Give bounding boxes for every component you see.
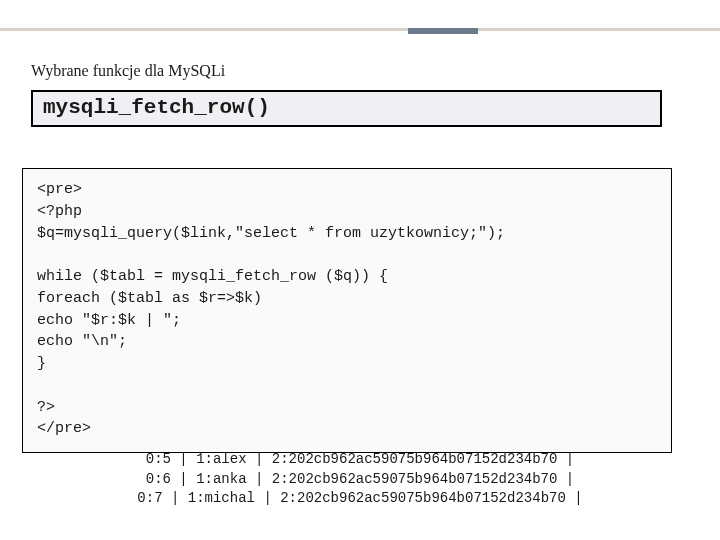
output-line: 0:6 | 1:anka | 2:202cb962ac59075b964b071… (0, 470, 720, 490)
page-subtitle: Wybrane funkcje dla MySQLi (31, 62, 225, 80)
header-rule-accent (408, 28, 478, 34)
output-line: 0:5 | 1:alex | 2:202cb962ac59075b964b071… (0, 450, 720, 470)
header-rule (0, 28, 720, 34)
function-name: mysqli_fetch_row() (43, 96, 270, 119)
header-rule-light (0, 28, 720, 31)
code-example-box: <pre> <?php $q=mysqli_query($link,"selec… (22, 168, 672, 453)
function-title-box: mysqli_fetch_row() (31, 90, 662, 127)
code-example: <pre> <?php $q=mysqli_query($link,"selec… (37, 179, 657, 440)
output-block: 0:5 | 1:alex | 2:202cb962ac59075b964b071… (0, 450, 720, 509)
output-line: 0:7 | 1:michal | 2:202cb962ac59075b964b0… (0, 489, 720, 509)
